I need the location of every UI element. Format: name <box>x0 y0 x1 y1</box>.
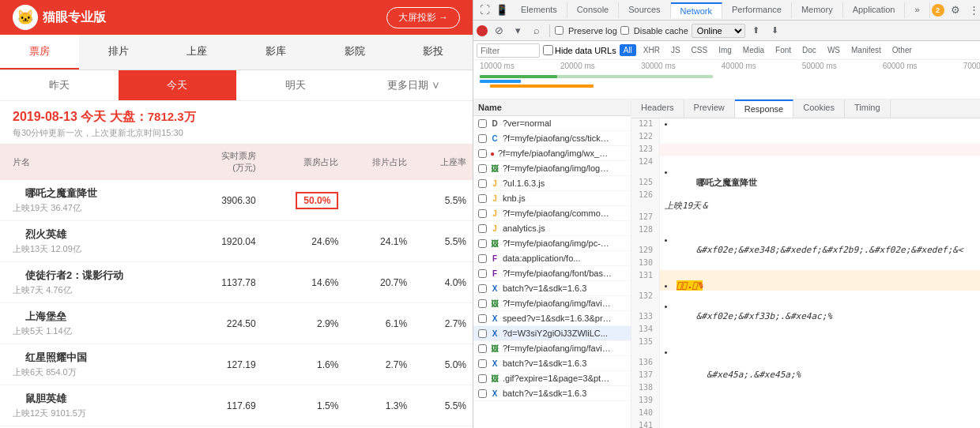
devtools-inspect-icon[interactable]: ⛶ <box>477 2 492 18</box>
type-filter-manifest[interactable]: Manifest <box>847 44 885 56</box>
big-screen-button[interactable]: 大屏投影 → <box>386 7 460 28</box>
file-checkbox[interactable] <box>478 194 487 203</box>
type-filter-all[interactable]: All <box>620 44 636 56</box>
nav-item-影库[interactable]: 影库 <box>236 35 315 69</box>
file-list-item[interactable]: X ?d=W3siY2giOiJ3ZWliLC... <box>473 326 631 341</box>
file-type-icon: X <box>490 389 499 398</box>
file-checkbox[interactable] <box>478 374 487 383</box>
upload-icon[interactable]: ⬆ <box>748 23 764 39</box>
response-tab-cookies[interactable]: Cookies <box>793 99 845 118</box>
file-list-item[interactable]: J analytics.js <box>473 221 631 236</box>
date-tab-yesterday[interactable]: 昨天 <box>0 70 119 100</box>
file-list-item[interactable]: 🖼 ?f=myfe/piaofang/img/pc-spr... <box>473 236 631 251</box>
filter-input[interactable] <box>477 43 540 58</box>
type-filter-css[interactable]: CSS <box>688 44 712 56</box>
response-tab-response[interactable]: Response <box>735 99 794 118</box>
type-filter-font[interactable]: Font <box>771 44 795 56</box>
type-filter-js[interactable]: JS <box>667 44 684 56</box>
table-row[interactable]: 哪吒之魔童降世 上映19天 36.47亿 3906.30 50.0% 5.5% <box>0 180 473 221</box>
file-checkbox[interactable] <box>478 224 487 233</box>
record-button[interactable] <box>477 25 488 36</box>
file-list-item[interactable]: X batch?v=1&sdk=1.6.3 <box>473 356 631 371</box>
search-icon[interactable]: ⌕ <box>529 23 545 39</box>
type-filter-img[interactable]: Img <box>714 44 736 56</box>
file-checkbox[interactable] <box>478 359 487 368</box>
date-tab-more[interactable]: 更多日期 ∨ <box>355 70 473 100</box>
file-list-item[interactable]: 🖼 ?f=myfe/piaofang/img/favico... <box>473 341 631 356</box>
response-tab-timing[interactable]: Timing <box>845 99 891 118</box>
nav-item-排片[interactable]: 排片 <box>79 35 158 69</box>
devtools-device-icon[interactable]: 📱 <box>494 2 510 18</box>
file-checkbox[interactable] <box>478 314 487 323</box>
file-list-item[interactable]: X batch?v=1&sdk=1.6.3 <box>473 386 631 401</box>
file-checkbox[interactable] <box>478 284 487 293</box>
file-checkbox[interactable] <box>478 134 487 143</box>
preserve-log-checkbox[interactable] <box>555 26 564 35</box>
file-list-item[interactable]: J ?f=myfe/piaofang/common/f... <box>473 206 631 221</box>
file-list-item[interactable]: C ?f=myfe/piaofang/css/ticket-... <box>473 131 631 146</box>
line-number: 127 <box>631 212 660 224</box>
file-list-item[interactable]: J knb.js <box>473 191 631 206</box>
file-checkbox[interactable] <box>478 389 487 398</box>
type-filter-xhr[interactable]: XHR <box>639 44 664 56</box>
file-checkbox[interactable] <box>478 299 487 308</box>
table-row[interactable]: 红星照耀中国 上映6天 854.0万 127.19 1.6% 2.7% 5.0% <box>0 344 473 385</box>
date-tab-tomorrow[interactable]: 明天 <box>236 70 355 100</box>
tab-more[interactable]: » <box>905 2 929 18</box>
file-checkbox[interactable] <box>478 149 487 158</box>
network-throttle-select[interactable]: Online Offline Slow 3G Fast 3G <box>692 24 745 38</box>
file-list-item[interactable]: 🖼 ?f=myfe/piaofang/img/logo_... <box>473 161 631 176</box>
file-list-item[interactable]: J ?ul.1.6.3.js <box>473 176 631 191</box>
file-checkbox[interactable] <box>478 209 487 218</box>
disable-cache-checkbox[interactable] <box>620 26 629 35</box>
tab-network[interactable]: Network <box>671 2 722 18</box>
download-icon[interactable]: ⬇ <box>767 23 783 39</box>
file-checkbox[interactable] <box>478 329 487 338</box>
file-list-item[interactable]: 🖼 .gif?expire=1&page=3&pt_s... <box>473 371 631 386</box>
type-filter-media[interactable]: Media <box>739 44 768 56</box>
tab-memory[interactable]: Memory <box>792 2 843 18</box>
devtools-settings-icon[interactable]: ⚙ <box>948 2 963 18</box>
file-checkbox[interactable] <box>478 269 487 278</box>
type-filter-ws[interactable]: WS <box>824 44 844 56</box>
table-row[interactable]: 上海堡垒 上映5天 1.14亿 224.50 2.9% 6.1% 2.7% <box>0 303 473 344</box>
table-row[interactable]: 烈火英雄 上映13天 12.09亿 1920.04 24.6% 24.1% 5.… <box>0 221 473 262</box>
file-checkbox[interactable] <box>478 179 487 188</box>
file-checkbox[interactable] <box>478 119 487 128</box>
file-list-item[interactable]: 🖼 ?f=myfe/piaofang/img/favico... <box>473 296 631 311</box>
col-header-name: 片名 <box>0 144 192 180</box>
file-checkbox[interactable] <box>478 254 487 263</box>
filter-icon[interactable]: ▾ <box>510 23 526 39</box>
hide-data-urls-checkbox[interactable] <box>543 45 553 55</box>
clear-button[interactable]: ⊘ <box>491 23 507 39</box>
file-list-item[interactable]: F data:application/fo... <box>473 251 631 266</box>
tab-elements[interactable]: Elements <box>511 2 567 18</box>
devtools-more-icon[interactable]: ⋮ <box>967 2 980 18</box>
file-type-icon: 🖼 <box>490 163 499 173</box>
file-checkbox[interactable] <box>478 164 487 173</box>
table-row[interactable]: 鼠胆英雄 上映12天 9101.5万 117.69 1.5% 1.3% 5.5% <box>0 385 473 426</box>
response-tab-preview[interactable]: Preview <box>684 99 735 118</box>
nav-item-上座[interactable]: 上座 <box>157 35 236 69</box>
tab-application[interactable]: Application <box>843 2 906 18</box>
file-checkbox[interactable] <box>478 239 487 248</box>
nav-item-影院[interactable]: 影院 <box>315 35 394 69</box>
file-list-item[interactable]: D ?ver=normal <box>473 116 631 131</box>
type-filter-doc[interactable]: Doc <box>798 44 820 56</box>
file-list-item[interactable]: X speed?v=1&sdk=1.6.3&proje... <box>473 311 631 326</box>
nav-item-影投[interactable]: 影投 <box>394 35 473 69</box>
preserve-log-label: Preserve log <box>568 26 617 36</box>
table-row[interactable]: 使徒行者2：谍影行动 上映7天 4.76亿 1137.78 14.6% 20.7… <box>0 262 473 303</box>
revenue-cell: 117.69 <box>192 385 262 426</box>
file-list-item[interactable]: F ?f=myfe/piaofang/font/base... <box>473 266 631 281</box>
file-list-item[interactable]: X batch?v=1&sdk=1.6.3 <box>473 281 631 296</box>
response-tab-headers[interactable]: Headers <box>631 99 684 118</box>
date-tab-today[interactable]: 今天 <box>119 70 237 100</box>
tab-performance[interactable]: Performance <box>722 2 792 18</box>
file-checkbox[interactable] <box>478 344 487 353</box>
file-list-item[interactable]: ● ?f=myfe/piaofang/img/wx_pi... <box>473 146 631 161</box>
nav-item-票房[interactable]: 票房 <box>0 35 79 69</box>
tab-console[interactable]: Console <box>567 2 619 18</box>
tab-sources[interactable]: Sources <box>619 2 670 18</box>
type-filter-other[interactable]: Other <box>888 44 916 56</box>
